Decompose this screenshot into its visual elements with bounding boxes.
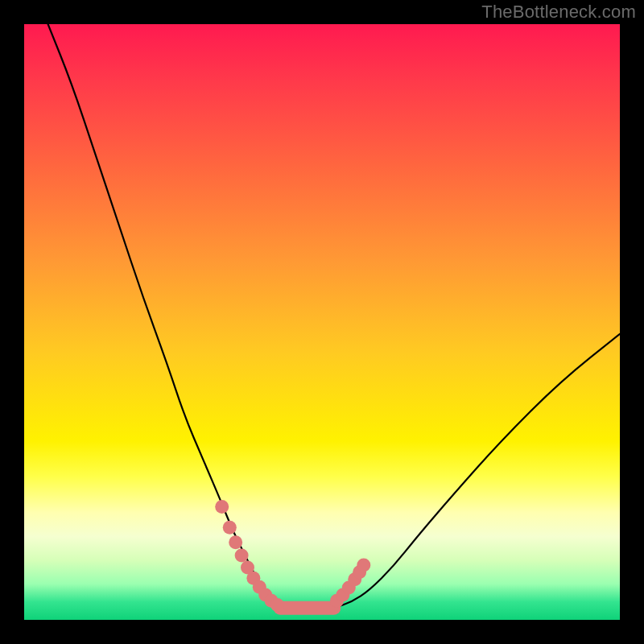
- highlight-dot: [235, 549, 249, 563]
- highlight-dot: [270, 598, 284, 612]
- highlight-dot: [229, 535, 242, 549]
- highlight-dot: [215, 500, 229, 514]
- highlight-dot: [357, 558, 370, 572]
- main-curve: [48, 24, 620, 608]
- highlight-dot: [223, 521, 237, 535]
- watermark-text: TheBottleneck.com: [481, 2, 636, 23]
- plot-area: [24, 24, 620, 620]
- chart-container: TheBottleneck.com: [0, 0, 644, 644]
- curve-svg: [24, 24, 620, 620]
- highlight-dots-right: [330, 558, 370, 607]
- highlight-dots-left: [215, 500, 284, 612]
